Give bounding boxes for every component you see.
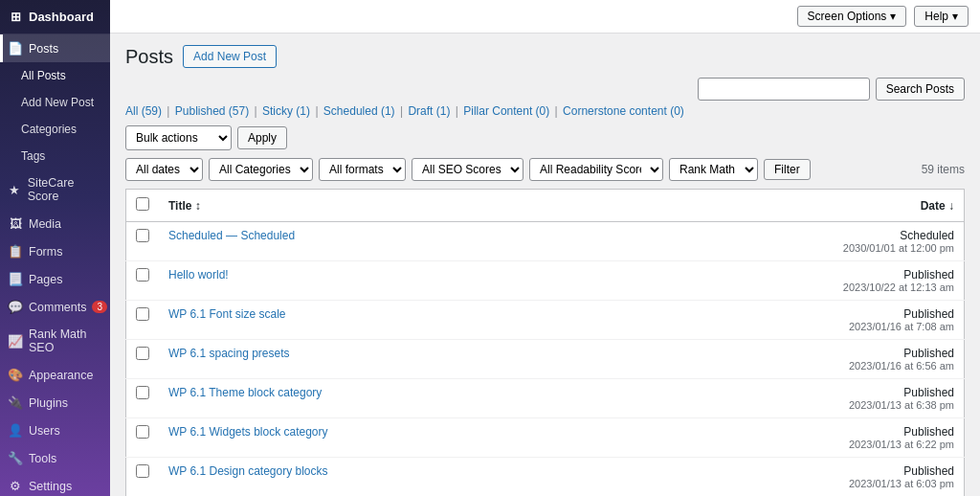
comments-icon: 💬 <box>8 300 23 314</box>
sidebar-item-label: Users <box>29 424 60 438</box>
sidebar-item-label: Media <box>29 217 61 231</box>
date-status: Published <box>634 268 954 282</box>
row-title-cell: WP 6.1 Widgets block category <box>159 418 624 458</box>
sidebar-dashboard-header[interactable]: ⊞ Dashboard <box>0 0 110 34</box>
row-checkbox[interactable] <box>136 307 149 321</box>
post-title-link[interactable]: Scheduled — Scheduled <box>168 229 295 242</box>
media-icon: 🖼 <box>8 216 23 231</box>
post-title-link[interactable]: WP 6.1 spacing presets <box>168 347 290 360</box>
date-value: 2023/01/13 at 6:03 pm <box>634 478 954 489</box>
filter-cornerstone-link[interactable]: Cornerstone content (0) <box>563 104 684 118</box>
row-date-cell: Published 2023/01/13 at 6:03 pm <box>624 458 965 497</box>
row-checkbox[interactable] <box>136 425 149 439</box>
sidebar-item-forms[interactable]: 📋 Forms <box>0 237 110 265</box>
date-value: 2023/10/22 at 12:13 am <box>634 282 954 293</box>
sidebar-item-all-posts[interactable]: All Posts <box>0 62 110 89</box>
sidebar-item-appearance[interactable]: 🎨 Appearance <box>0 361 110 389</box>
row-title-cell: Scheduled — Scheduled <box>159 222 624 261</box>
filter-bar: All dates All Categories All formats All… <box>125 158 965 181</box>
comments-badge: 3 <box>92 301 107 313</box>
row-checkbox[interactable] <box>136 386 149 399</box>
appearance-icon: 🎨 <box>8 368 23 382</box>
row-checkbox-cell <box>126 418 160 458</box>
format-filter-select[interactable]: All formats <box>319 158 406 181</box>
apply-button[interactable]: Apply <box>237 126 287 149</box>
sidebar-item-add-new[interactable]: Add New Post <box>0 89 110 116</box>
row-checkbox[interactable] <box>136 268 149 282</box>
rank-math-filter-select[interactable]: Rank Math <box>669 158 758 181</box>
filter-published-link[interactable]: Published (57) <box>175 104 249 118</box>
sidebar-item-label: Posts <box>29 42 58 56</box>
row-date-cell: Scheduled 2030/01/01 at 12:00 pm <box>624 222 965 261</box>
row-checkbox[interactable] <box>136 347 149 360</box>
sidebar-item-rankmath[interactable]: 📈 Rank Math SEO <box>0 321 110 361</box>
seo-scores-filter-select[interactable]: All SEO Scores <box>412 158 523 181</box>
bulk-actions-select[interactable]: Bulk actions Edit Move to Trash <box>125 125 232 150</box>
sidebar-item-sitecare[interactable]: ★ SiteCare Score <box>0 169 110 210</box>
filter-pillar-link[interactable]: Pillar Content (0) <box>463 104 549 118</box>
table-row: Hello world! Published 2023/10/22 at 12:… <box>126 261 965 301</box>
row-date-cell: Published 2023/10/22 at 12:13 am <box>624 261 965 301</box>
filter-button[interactable]: Filter <box>764 159 811 180</box>
page-title-row: Posts Add New Post <box>125 45 965 68</box>
post-title-link[interactable]: WP 6.1 Font size scale <box>168 307 286 321</box>
sidebar-item-label: Rank Math SEO <box>29 327 102 354</box>
post-title-link[interactable]: Hello world! <box>168 268 229 282</box>
row-date-cell: Published 2023/01/13 at 6:38 pm <box>624 379 965 418</box>
search-posts-button[interactable]: Search Posts <box>876 78 965 101</box>
row-checkbox-cell <box>126 340 160 379</box>
sidebar-item-tools[interactable]: 🔧 Tools <box>0 444 110 472</box>
row-date-cell: Published 2023/01/16 at 7:08 am <box>624 301 965 340</box>
sidebar-item-media[interactable]: 🖼 Media <box>0 210 110 237</box>
date-value: 2023/01/13 at 6:22 pm <box>634 439 954 450</box>
table-header-row: Title ↕ Date ↓ <box>126 190 965 222</box>
date-column-header[interactable]: Date ↓ <box>624 190 965 222</box>
date-status: Published <box>634 307 954 321</box>
filter-sticky-link[interactable]: Sticky (1) <box>262 104 310 118</box>
sidebar-item-categories[interactable]: Categories <box>0 116 110 143</box>
select-all-checkbox[interactable] <box>136 197 149 211</box>
sidebar-item-settings[interactable]: ⚙ Settings <box>0 472 110 496</box>
readability-filter-select[interactable]: All Readability Scores <box>529 158 663 181</box>
date-status: Scheduled <box>634 229 954 242</box>
plugins-icon: 🔌 <box>8 395 23 410</box>
row-checkbox[interactable] <box>136 229 149 242</box>
help-button[interactable]: Help ▾ <box>914 6 969 27</box>
filter-links: All (59) | Published (57) | Sticky (1) |… <box>125 104 965 118</box>
row-date-cell: Published 2023/01/13 at 6:22 pm <box>624 418 965 458</box>
row-title-cell: WP 6.1 Theme block category <box>159 379 624 418</box>
sidebar-item-plugins[interactable]: 🔌 Plugins <box>0 389 110 417</box>
filter-scheduled-link[interactable]: Scheduled (1) <box>323 104 395 118</box>
sidebar-item-label: SiteCare Score <box>28 176 102 203</box>
post-title-link[interactable]: WP 6.1 Design category blocks <box>168 464 328 478</box>
select-all-header <box>126 190 160 222</box>
sidebar-item-tags[interactable]: Tags <box>0 143 110 169</box>
bulk-action-bar: Bulk actions Edit Move to Trash Apply <box>125 125 965 150</box>
post-title-link[interactable]: WP 6.1 Widgets block category <box>168 425 328 439</box>
table-row: WP 6.1 Theme block category Published 20… <box>126 379 965 418</box>
add-new-post-button[interactable]: Add New Post <box>183 45 277 68</box>
date-status: Published <box>634 386 954 399</box>
content-area: Posts Add New Post Search Posts All (59)… <box>110 34 980 496</box>
row-checkbox-cell <box>126 301 160 340</box>
sidebar-item-pages[interactable]: 📃 Pages <box>0 265 110 293</box>
sidebar-item-label: Comments <box>29 301 86 314</box>
date-filter-select[interactable]: All dates <box>125 158 203 181</box>
filter-draft-link[interactable]: Draft (1) <box>408 104 450 118</box>
title-column-header[interactable]: Title ↕ <box>159 190 624 222</box>
category-filter-select[interactable]: All Categories <box>209 158 313 181</box>
filter-all-link[interactable]: All (59) <box>125 104 162 118</box>
row-checkbox-cell <box>126 379 160 418</box>
date-header-label: Date <box>921 199 946 213</box>
sidebar-item-posts[interactable]: 📄 Posts <box>0 34 110 62</box>
sidebar-item-label: Appearance <box>29 369 93 382</box>
row-checkbox[interactable] <box>136 464 149 478</box>
help-label: Help <box>924 10 948 23</box>
sidebar-item-users[interactable]: 👤 Users <box>0 417 110 444</box>
post-title-link[interactable]: WP 6.1 Theme block category <box>168 386 322 399</box>
sidebar-item-comments[interactable]: 💬 Comments 3 <box>0 293 110 321</box>
search-input[interactable] <box>698 78 870 101</box>
screen-options-button[interactable]: Screen Options ▾ <box>797 6 907 27</box>
forms-icon: 📋 <box>8 244 23 259</box>
pages-icon: 📃 <box>8 272 23 286</box>
